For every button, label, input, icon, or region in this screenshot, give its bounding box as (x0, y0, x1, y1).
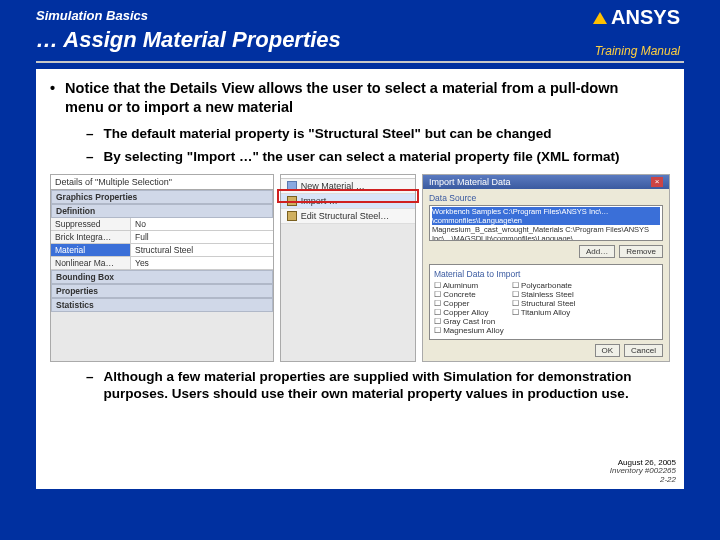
mat-polycarbonate[interactable]: Polycarbonate (512, 281, 576, 290)
materials-col-left: Aluminum Concrete Copper Copper Alloy Gr… (434, 281, 504, 335)
details-view-panel: Details of "Multiple Selection" Graphics… (50, 174, 274, 362)
slide-footer: August 26, 2005 Inventory #002265 2-22 (610, 459, 676, 485)
highlight-box (277, 189, 419, 203)
row-suppressed-value[interactable]: No (131, 218, 273, 230)
details-title: Details of "Multiple Selection" (51, 175, 273, 190)
mat-copper-alloy[interactable]: Copper Alloy (434, 308, 504, 317)
divider (36, 61, 684, 63)
pretitle: Simulation Basics (36, 8, 684, 23)
row-material-label: Material (51, 244, 131, 256)
materials-col-right: Polycarbonate Stainless Steel Structural… (512, 281, 576, 335)
row-nonlinear-value[interactable]: Yes (131, 257, 273, 269)
data-source-list[interactable]: Workbench Samples C:\Program Files\ANSYS… (429, 205, 663, 241)
footer-page: 2-22 (610, 476, 676, 485)
material-context-menu: New Material … Import … Edit Structural … (280, 174, 416, 362)
bullet-sub-3: – Although a few material properties are… (86, 368, 670, 403)
mat-aluminum[interactable]: Aluminum (434, 281, 504, 290)
mat-concrete[interactable]: Concrete (434, 290, 504, 299)
row-suppressed-label: Suppressed (51, 218, 131, 230)
mat-copper[interactable]: Copper (434, 299, 504, 308)
logo-text: ANSYS (611, 6, 680, 29)
screenshots-row: Details of "Multiple Selection" Graphics… (50, 174, 670, 362)
mat-stainless-steel[interactable]: Stainless Steel (512, 290, 576, 299)
mat-titanium-alloy[interactable]: Titanium Alloy (512, 308, 576, 317)
mat-gray-cast-iron[interactable]: Gray Cast Iron (434, 317, 504, 326)
mat-structural-steel[interactable]: Structural Steel (512, 299, 576, 308)
section-statistics[interactable]: Statistics (52, 299, 98, 311)
slide-content: • Notice that the Details View allows th… (36, 69, 684, 489)
import-material-dialog: Import Material Data × Data Source Workb… (422, 174, 670, 362)
section-definition[interactable]: Definition (52, 205, 99, 217)
data-source-label: Data Source (429, 193, 663, 203)
ok-button[interactable]: OK (595, 344, 621, 357)
data-source-item-0[interactable]: Workbench Samples C:\Program Files\ANSYS… (432, 207, 660, 225)
row-nonlinear-label: Nonlinear Ma… (51, 257, 131, 269)
section-properties[interactable]: Properties (52, 285, 102, 297)
ansys-logo: ANSYS (593, 6, 680, 29)
section-graphics[interactable]: Graphics Properties (52, 191, 141, 203)
row-brick-label: Brick Integra… (51, 231, 131, 243)
bullet-sub-2: – By selecting "Import …" the user can s… (86, 148, 670, 166)
page-title: … Assign Material Properties (36, 27, 684, 53)
training-manual-label: Training Manual (595, 44, 680, 58)
close-icon[interactable]: × (651, 177, 663, 187)
dialog-title: Import Material Data (429, 177, 511, 187)
bullet-sub-1: – The default material property is "Stru… (86, 125, 670, 143)
materials-label: Material Data to Import (434, 269, 658, 279)
row-material-value[interactable]: Structural Steel (131, 244, 273, 256)
edit-icon (287, 211, 297, 221)
menu-edit-structural-steel[interactable]: Edit Structural Steel… (281, 209, 415, 224)
section-bounding[interactable]: Bounding Box (52, 271, 118, 283)
remove-button[interactable]: Remove (619, 245, 663, 258)
add-button[interactable]: Add… (579, 245, 615, 258)
data-source-item-1[interactable]: Magnesium_B_cast_wrought_Materials C:\Pr… (432, 225, 660, 241)
bullet-main: • Notice that the Details View allows th… (50, 79, 670, 117)
cancel-button[interactable]: Cancel (624, 344, 663, 357)
row-brick-value[interactable]: Full (131, 231, 273, 243)
swoosh-icon (593, 12, 607, 24)
mat-magnesium-alloy[interactable]: Magnesium Alloy (434, 326, 504, 335)
